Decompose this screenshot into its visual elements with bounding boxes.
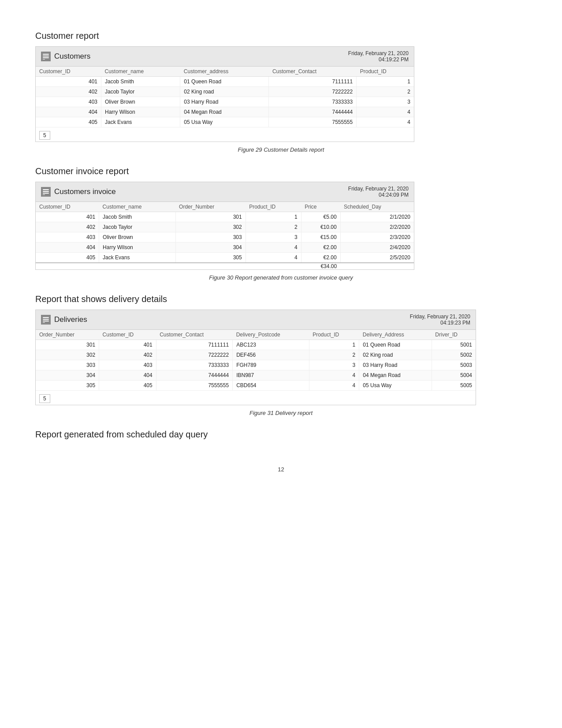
invoice-table-wrapper: Customers invoice Friday, February 21, 2… [35,182,414,270]
customer-address-cell: 04 Megan Road [180,107,269,117]
del-cust-id-cell: 403 [99,360,156,370]
inv-price-cell: €5.00 [301,212,340,222]
customer-count: 5 [39,131,50,140]
customer-contact-cell: 7333333 [269,97,357,107]
svg-rect-1 [43,56,49,56]
customer-date-area: Friday, February 21, 2020 04:19:22 PM [348,50,409,63]
customer-product-cell: 4 [357,107,414,117]
customer-product-cell: 1 [357,77,414,87]
inv-price-cell: €2.00 [301,243,340,253]
del-contact-cell: 7222222 [156,350,232,360]
del-postcode-cell: DEF456 [233,350,309,360]
customers-icon [41,52,51,61]
col-product-id: Product_ID [357,67,414,77]
delivery-time: 04:19:23 PM [410,320,470,326]
col-customer-id: Customer_ID [36,67,101,77]
invoice-table-header-row: Customer_ID Customer_name Order_Number P… [36,202,414,212]
delivery-table: Order_Number Customer_ID Customer_Contac… [36,330,476,391]
delivery-icon [41,315,51,325]
customer-name-cell: Jacob Smith [101,77,180,87]
inv-day-cell: 2/4/2020 [340,243,414,253]
col-inv-product-id: Product_ID [246,202,301,212]
customer-id-cell: 404 [36,107,101,117]
inv-price-cell: €15.00 [301,232,340,243]
del-address-cell: 05 Usa Way [359,381,432,391]
svg-rect-9 [43,319,49,320]
inv-price-cell: €2.00 [301,253,340,263]
customer-address-cell: 03 Harry Road [180,97,269,107]
inv-customer-name-cell: Jacob Smith [99,212,175,222]
del-order-cell: 305 [36,381,99,391]
inv-customer-id-cell: 405 [36,253,99,263]
col-order-num: Order_Number [36,330,99,340]
invoice-date-area: Friday, February 21, 2020 04:24:09 PM [348,186,409,198]
table-row: 402 Jacob Taylor 02 King road 7222222 2 [36,87,414,97]
customer-date: Friday, February 21, 2020 [348,50,409,56]
customer-address-cell: 01 Queen Road [180,77,269,87]
delivery-table-title: Deliveries [54,315,87,324]
col-driver: Driver_ID [432,330,476,340]
del-cust-id-cell: 405 [99,381,156,391]
table-row: 404 Harry Wilson 304 4 €2.00 2/4/2020 [36,243,414,253]
customer-name-cell: Oliver Brown [101,97,180,107]
customer-contact-cell: 7222222 [269,87,357,97]
invoice-table-title: Customers invoice [54,187,116,196]
svg-rect-7 [43,194,45,195]
del-driver-cell: 5001 [432,340,476,350]
table-row: 301 401 7111111 ABC123 1 01 Queen Road 5… [36,340,476,350]
svg-rect-8 [43,317,49,318]
delivery-report-title: Report that shows delivery details [35,294,527,304]
del-product-cell: 2 [309,350,359,360]
del-order-cell: 304 [36,370,99,381]
del-address-cell: 02 King road [359,350,432,360]
customer-address-cell: 02 King road [180,87,269,97]
customer-table-header: Customers Friday, February 21, 2020 04:1… [36,47,414,67]
svg-rect-2 [43,57,49,58]
invoice-total-spacer [340,263,414,269]
customer-contact-cell: 7444444 [269,107,357,117]
del-order-cell: 303 [36,360,99,370]
del-postcode-cell: CBD654 [233,381,309,391]
inv-product-cell: 4 [246,253,301,263]
customer-report-title: Customer report [35,31,527,41]
inv-customer-name-cell: Jacob Taylor [99,222,175,232]
svg-rect-3 [43,59,45,60]
delivery-date: Friday, February 21, 2020 [410,314,470,320]
del-product-cell: 3 [309,360,359,370]
inv-order-cell: 301 [175,212,246,222]
del-driver-cell: 5002 [432,350,476,360]
svg-rect-6 [43,193,49,194]
delivery-date-area: Friday, February 21, 2020 04:19:23 PM [410,314,470,326]
inv-customer-id-cell: 401 [36,212,99,222]
del-product-cell: 1 [309,340,359,350]
table-row: 404 Harry Wilson 04 Megan Road 7444444 4 [36,107,414,117]
col-customer-address: Customer_address [180,67,269,77]
inv-order-cell: 302 [175,222,246,232]
customer-name-cell: Jack Evans [101,117,180,127]
del-contact-cell: 7111111 [156,340,232,350]
customer-table-header-row: Customer_ID Customer_name Customer_addre… [36,67,414,77]
del-contact-cell: 7333333 [156,360,232,370]
svg-rect-10 [43,321,49,321]
customer-id-cell: 401 [36,77,101,87]
inv-customer-id-cell: 404 [36,243,99,253]
invoice-icon [41,187,51,197]
inv-product-cell: 3 [246,232,301,243]
col-scheduled-day: Scheduled_Day [340,202,414,212]
inv-order-cell: 304 [175,243,246,253]
delivery-count-area: 5 [36,391,476,405]
delivery-table-header-row: Order_Number Customer_ID Customer_Contac… [36,330,476,340]
col-inv-customer-id: Customer_ID [36,202,99,212]
table-row: 305 405 7555555 CBD654 4 05 Usa Way 5005 [36,381,476,391]
inv-customer-id-cell: 402 [36,222,99,232]
invoice-time: 04:24:09 PM [348,192,409,198]
customer-time: 04:19:22 PM [348,56,409,63]
scheduled-section: Report generated from scheduled day quer… [35,429,527,440]
col-del-cust-id: Customer_ID [99,330,156,340]
inv-product-cell: 2 [246,222,301,232]
svg-rect-4 [43,189,49,190]
del-order-cell: 302 [36,350,99,360]
invoice-table-title-area: Customers invoice [41,187,116,197]
customer-product-cell: 4 [357,117,414,127]
inv-day-cell: 2/3/2020 [340,232,414,243]
